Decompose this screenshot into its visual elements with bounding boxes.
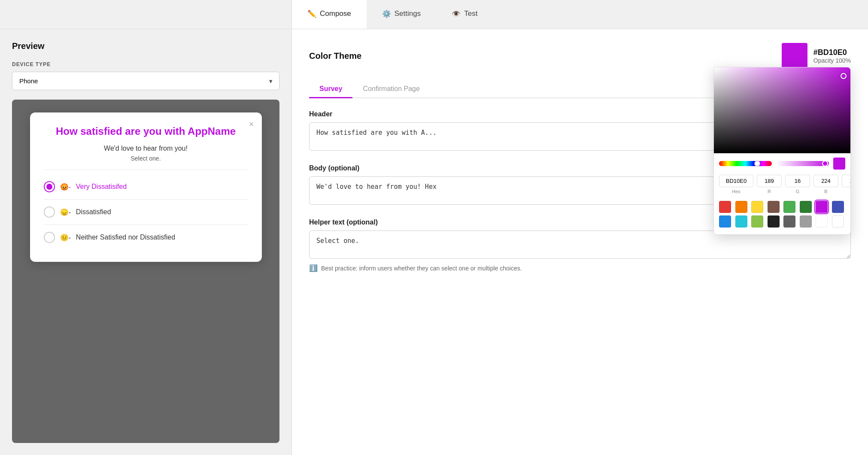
swatch-red[interactable] xyxy=(719,201,731,213)
swatch-empty[interactable] xyxy=(832,215,844,228)
hex-label: Hex xyxy=(732,189,741,194)
best-practice-text: Best practice: inform users whether they… xyxy=(321,265,522,272)
r-input-group: R xyxy=(757,175,782,194)
settings-icon: ⚙️ xyxy=(382,9,391,18)
tab-test[interactable]: 👁️ Test xyxy=(436,0,493,29)
swatch-gray[interactable] xyxy=(800,215,812,228)
r-input[interactable] xyxy=(757,175,782,187)
right-panel: Color Theme #BD10E0 Opacity 100% Survey … xyxy=(292,29,868,455)
preview-title: Preview xyxy=(12,41,279,51)
eye-icon: 👁️ xyxy=(452,9,461,18)
swatch-light-green[interactable] xyxy=(751,215,763,228)
a-input[interactable] xyxy=(842,175,851,187)
device-type-label: DEVICE TYPE xyxy=(12,61,279,67)
a-input-group: A xyxy=(842,175,851,194)
rgba-inputs: Hex R G B A xyxy=(714,171,850,197)
swatch-grid xyxy=(714,197,850,228)
color-theme-title: Color Theme xyxy=(309,51,361,61)
radio-button-3[interactable] xyxy=(44,232,55,243)
color-picker-popup: Hex R G B A xyxy=(713,67,851,235)
tab-survey[interactable]: Survey xyxy=(309,81,352,98)
g-label: G xyxy=(796,189,800,194)
option-emoji-1: 😡- xyxy=(60,183,71,191)
swatch-purple[interactable] xyxy=(816,201,828,213)
tab-confirmation-page[interactable]: Confirmation Page xyxy=(352,81,430,98)
top-navigation: ✏️ Compose ⚙️ Settings 👁️ Test xyxy=(0,0,868,29)
modal-body: We'd love to hear from you! xyxy=(44,145,248,152)
option-emoji-3: 😐- xyxy=(60,234,71,242)
swatch-dark-green[interactable] xyxy=(800,201,812,213)
color-swatch-large[interactable] xyxy=(782,43,807,69)
swatch-black[interactable] xyxy=(768,215,780,228)
color-hex-value: #BD10E0 xyxy=(813,48,851,57)
compose-tab-label: Compose xyxy=(320,9,351,18)
device-select[interactable]: Phone Tablet Desktop xyxy=(12,72,279,90)
survey-option-1[interactable]: 😡- Very Dissatisifed xyxy=(44,174,248,200)
survey-option-2[interactable]: 😞- Dissatisfied xyxy=(44,200,248,225)
radio-button-1[interactable] xyxy=(44,181,55,192)
swatch-orange[interactable] xyxy=(735,201,747,213)
color-hex-info: #BD10E0 Opacity 100% xyxy=(813,48,851,64)
survey-modal: × How satisfied are you with AppName We'… xyxy=(30,112,262,262)
preview-panel: Preview DEVICE TYPE Phone Tablet Desktop… xyxy=(0,29,292,455)
hex-input-group: Hex xyxy=(719,175,753,194)
main-layout: Preview DEVICE TYPE Phone Tablet Desktop… xyxy=(0,29,868,455)
radio-button-2[interactable] xyxy=(44,206,55,218)
swatch-dark-gray[interactable] xyxy=(783,215,795,228)
device-select-wrapper: Phone Tablet Desktop ▼ xyxy=(12,72,279,90)
close-icon[interactable]: × xyxy=(249,119,254,129)
tab-settings[interactable]: ⚙️ Settings xyxy=(367,0,436,29)
swatch-green[interactable] xyxy=(783,201,795,213)
color-swatch-preview xyxy=(833,158,845,170)
modal-divider xyxy=(44,170,248,170)
b-input[interactable] xyxy=(813,175,838,187)
swatch-blue[interactable] xyxy=(719,215,731,228)
swatch-indigo[interactable] xyxy=(832,201,844,213)
swatch-cyan[interactable] xyxy=(735,215,747,228)
info-icon: ℹ️ xyxy=(309,264,318,272)
gradient-canvas[interactable] xyxy=(714,67,851,153)
option-label-3: Neither Satisfied nor Dissatisfied xyxy=(76,234,175,241)
option-label-1: Very Dissatisifed xyxy=(76,183,127,191)
color-theme-section: Color Theme #BD10E0 Opacity 100% xyxy=(309,43,851,69)
settings-tab-label: Settings xyxy=(395,9,421,18)
tab-compose[interactable]: ✏️ Compose xyxy=(292,0,367,29)
alpha-slider[interactable] xyxy=(776,161,829,166)
color-opacity: Opacity 100% xyxy=(813,57,851,64)
alpha-thumb[interactable] xyxy=(822,161,828,167)
r-label: R xyxy=(768,189,771,194)
compose-icon: ✏️ xyxy=(307,9,316,18)
g-input-group: G xyxy=(785,175,810,194)
g-input[interactable] xyxy=(785,175,810,187)
option-label-2: Dissatisfied xyxy=(76,208,111,216)
survey-option-3[interactable]: 😐- Neither Satisfied nor Dissatisfied xyxy=(44,225,248,250)
phone-preview-area: × How satisfied are you with AppName We'… xyxy=(12,100,279,443)
modal-header: How satisfied are you with AppName xyxy=(44,124,248,138)
option-emoji-2: 😞- xyxy=(60,208,71,216)
hue-slider[interactable] xyxy=(719,161,772,166)
swatch-brown[interactable] xyxy=(768,201,780,213)
slider-row xyxy=(714,153,850,171)
color-preview-block: #BD10E0 Opacity 100% xyxy=(782,43,851,69)
modal-helper: Select one. xyxy=(44,155,248,162)
swatch-white[interactable] xyxy=(816,215,828,228)
b-label: B xyxy=(824,189,827,194)
gradient-cursor[interactable] xyxy=(841,73,847,79)
best-practice-note: ℹ️ Best practice: inform users whether t… xyxy=(309,264,851,272)
test-tab-label: Test xyxy=(464,9,477,18)
hue-thumb[interactable] xyxy=(754,161,760,167)
b-input-group: B xyxy=(813,175,838,194)
swatch-yellow[interactable] xyxy=(751,201,763,213)
hex-input[interactable] xyxy=(719,175,753,187)
